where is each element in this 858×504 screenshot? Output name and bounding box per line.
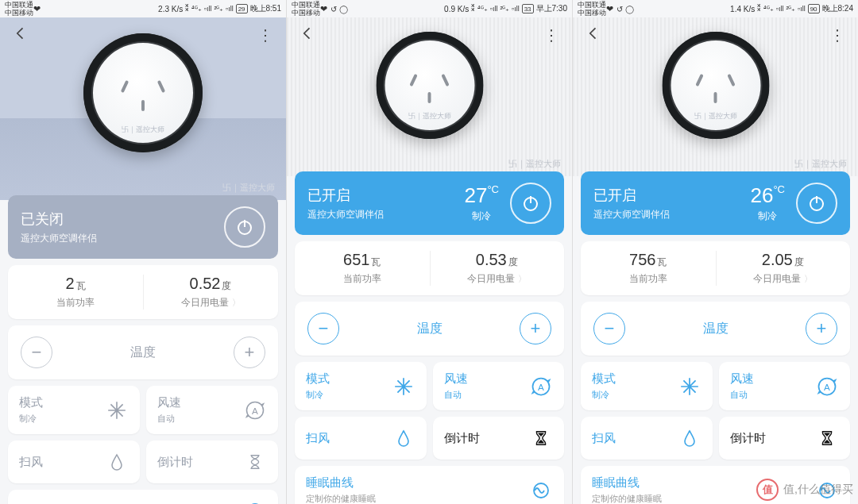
current-temp: 26°C 制冷 bbox=[750, 183, 785, 223]
back-icon[interactable] bbox=[13, 25, 29, 41]
screen-3: 中国联通 中国移动 ❤ ↺ ◯ 1.4 K/s ⁑ ⁴ᴳ₊ ▫ıll ²ᴳ₊ ▫… bbox=[572, 0, 858, 504]
timer-button[interactable]: 倒计时 bbox=[719, 417, 851, 460]
metric-energy[interactable]: 2.05度 今日用电量〉 bbox=[716, 241, 851, 295]
net-speed: 0.9 K/s bbox=[444, 5, 469, 13]
swing-button[interactable]: 扫风 bbox=[8, 441, 140, 483]
more-icon[interactable]: ⋯ bbox=[829, 28, 848, 42]
hero: ⋯ 卐｜遥控大师 卐｜遥控大师 bbox=[287, 17, 572, 176]
hourglass-icon bbox=[815, 426, 839, 450]
power-button[interactable] bbox=[224, 206, 265, 248]
heart-icon: ❤ bbox=[606, 4, 613, 14]
svg-point-9 bbox=[534, 483, 548, 498]
back-icon[interactable] bbox=[586, 25, 601, 41]
screen-2: 中国联通 中国移动 ❤ ↺ ◯ 0.9 K/s ⁑ ⁴ᴳ₊ ▫ıll ²ᴳ₊ ▫… bbox=[286, 0, 572, 504]
droplet-icon bbox=[678, 426, 701, 450]
status-bar: 中国联通 中国移动 ❤ 2.3 K/s ⁑ ⁴ᴳ₊ ▫ıll ²ᴳ₊ ▫ıll … bbox=[0, 0, 286, 17]
status-sub: 遥控大师空调伴侣 bbox=[21, 232, 224, 245]
temp-minus-button[interactable]: − bbox=[593, 313, 625, 344]
temp-label: 温度 bbox=[417, 321, 443, 337]
temp-label: 温度 bbox=[703, 321, 729, 337]
heart-icon: ❤ bbox=[320, 4, 327, 14]
status-sub: 遥控大师空调伴侣 bbox=[593, 208, 750, 221]
sleep-curve-button[interactable]: 睡眠曲线定制你的健康睡眠 bbox=[295, 466, 564, 504]
back-icon[interactable] bbox=[300, 25, 315, 41]
bluetooth-icon: ⁑ bbox=[757, 5, 761, 13]
metric-energy[interactable]: 0.52度 今日用电量〉 bbox=[143, 265, 278, 319]
watermark-badge-icon: 值 bbox=[756, 479, 779, 501]
snowflake-icon bbox=[678, 375, 701, 398]
metrics-card: 756瓦 当前功率 2.05度 今日用电量〉 bbox=[581, 241, 850, 295]
signal-2: ²ᴳ₊ ▫ıll bbox=[500, 5, 519, 13]
svg-text:A: A bbox=[824, 381, 830, 391]
power-button[interactable] bbox=[510, 183, 551, 224]
metric-power[interactable]: 2瓦 当前功率 bbox=[8, 265, 143, 319]
net-speed: 1.4 K/s bbox=[730, 5, 755, 13]
heart-icon: ❤ bbox=[33, 4, 41, 14]
metric-power[interactable]: 651瓦 当前功率 bbox=[295, 241, 430, 295]
droplet-icon bbox=[392, 426, 415, 450]
snowflake-icon bbox=[105, 398, 129, 422]
battery-icon: 33 bbox=[522, 4, 534, 13]
sleep-curve-button[interactable]: 睡眠曲线 bbox=[8, 490, 278, 504]
svg-text:A: A bbox=[252, 405, 258, 415]
net-speed: 2.3 K/s bbox=[158, 5, 183, 13]
swing-button[interactable]: 扫风 bbox=[581, 417, 713, 460]
timer-button[interactable]: 倒计时 bbox=[433, 417, 565, 460]
temp-minus-button[interactable]: − bbox=[21, 337, 52, 368]
signal-1: ⁴ᴳ₊ ▫ıll bbox=[477, 5, 497, 13]
temperature-control: − 温度 + bbox=[581, 302, 850, 356]
temp-plus-button[interactable]: + bbox=[806, 313, 837, 344]
more-icon[interactable]: ⋯ bbox=[257, 28, 276, 42]
signal-1: ⁴ᴳ₊ ▫ıll bbox=[191, 5, 211, 13]
temp-minus-button[interactable]: − bbox=[307, 313, 339, 344]
clock: 早上7:30 bbox=[536, 3, 567, 14]
brand-watermark: 卐｜遥控大师 bbox=[508, 158, 561, 170]
fan-speed-button[interactable]: 风速自动 A bbox=[433, 362, 565, 410]
status-sub: 遥控大师空调伴侣 bbox=[307, 208, 464, 221]
auto-icon: A bbox=[243, 398, 267, 422]
device-image: 卐｜遥控大师 bbox=[83, 33, 203, 152]
battery-icon: 90 bbox=[808, 4, 820, 13]
status-title: 已关闭 bbox=[21, 210, 224, 229]
temperature-control: − 温度 + bbox=[8, 325, 278, 379]
metrics-card: 2瓦 当前功率 0.52度 今日用电量〉 bbox=[8, 265, 278, 319]
power-button[interactable] bbox=[796, 183, 837, 224]
more-icon[interactable]: ⋯ bbox=[543, 28, 562, 42]
current-temp: 27°C 制冷 bbox=[464, 183, 499, 223]
wave-icon bbox=[243, 499, 267, 504]
fan-speed-button[interactable]: 风速自动 A bbox=[719, 362, 851, 410]
clock: 晚上8:51 bbox=[250, 3, 281, 14]
snowflake-icon bbox=[392, 375, 415, 398]
chevron-right-icon: 〉 bbox=[518, 274, 527, 283]
status-bar: 中国联通 中国移动 ❤ ↺ ◯ 0.9 K/s ⁑ ⁴ᴳ₊ ▫ıll ²ᴳ₊ ▫… bbox=[287, 0, 572, 17]
auto-icon: A bbox=[815, 375, 839, 398]
power-status-card: 已开启 遥控大师空调伴侣 26°C 制冷 bbox=[581, 171, 850, 235]
signal-2: ²ᴳ₊ ▫ıll bbox=[786, 5, 805, 13]
mode-button[interactable]: 模式制冷 bbox=[295, 362, 427, 410]
mode-button[interactable]: 模式制冷 bbox=[8, 386, 140, 434]
battery-icon: 29 bbox=[236, 4, 248, 13]
bluetooth-icon: ⁑ bbox=[185, 5, 189, 13]
hourglass-icon bbox=[243, 450, 267, 474]
status-title: 已开启 bbox=[307, 186, 464, 205]
metric-power[interactable]: 756瓦 当前功率 bbox=[581, 241, 716, 295]
temperature-control: − 温度 + bbox=[295, 302, 564, 356]
droplet-icon bbox=[105, 450, 129, 474]
swing-button[interactable]: 扫风 bbox=[295, 417, 427, 460]
temp-plus-button[interactable]: + bbox=[234, 337, 265, 368]
svg-text:A: A bbox=[538, 381, 544, 391]
hourglass-icon bbox=[529, 426, 553, 450]
fan-speed-button[interactable]: 风速自动 A bbox=[146, 386, 278, 434]
mode-button[interactable]: 模式制冷 bbox=[581, 362, 713, 410]
bluetooth-icon: ⁑ bbox=[471, 5, 475, 13]
status-extra-icons: ↺ ◯ bbox=[330, 5, 348, 13]
metric-energy[interactable]: 0.53度 今日用电量〉 bbox=[430, 241, 565, 295]
wave-icon bbox=[529, 479, 553, 502]
clock: 晚上8:24 bbox=[822, 3, 853, 14]
hero: ⋯ 卐｜遥控大师 卐｜遥控大师 bbox=[0, 17, 286, 200]
timer-button[interactable]: 倒计时 bbox=[146, 441, 278, 483]
carrier-label: 中国联通 中国移动 bbox=[578, 1, 606, 17]
carrier-label: 中国联通 中国移动 bbox=[5, 1, 33, 17]
temp-plus-button[interactable]: + bbox=[520, 313, 551, 344]
chevron-right-icon: 〉 bbox=[232, 298, 241, 307]
